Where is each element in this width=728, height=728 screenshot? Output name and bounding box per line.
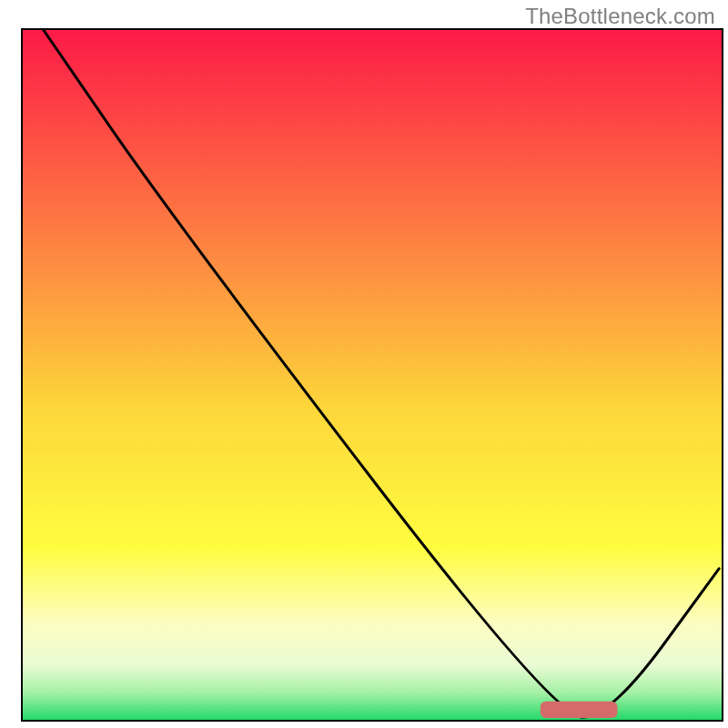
chart-container: TheBottleneck.com — [0, 0, 728, 728]
optimal-range-marker — [541, 702, 618, 718]
bottleneck-chart — [0, 0, 728, 728]
chart-background — [22, 29, 723, 721]
